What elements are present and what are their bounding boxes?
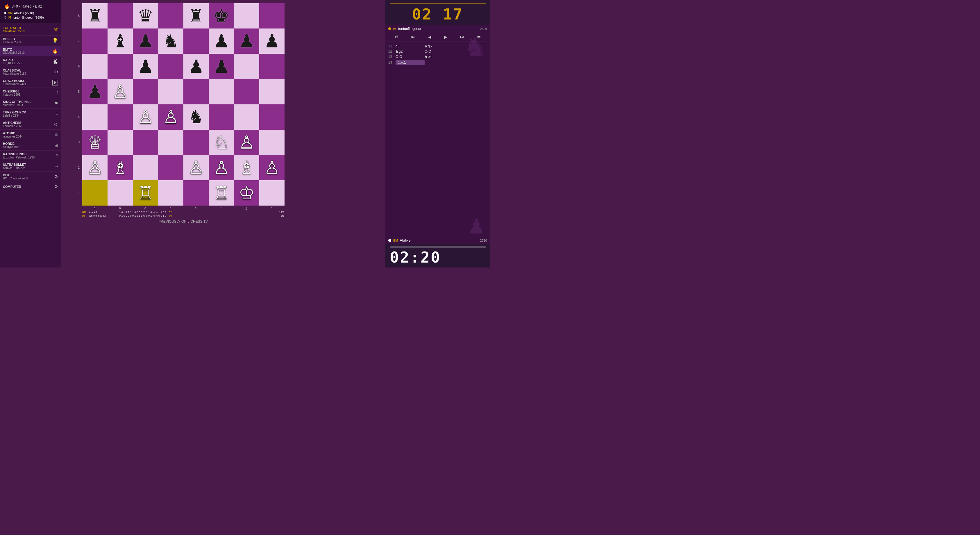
- sidebar-item-atomic[interactable]: ATOMIC rainynites 2044 ⚛: [0, 130, 61, 140]
- square-3-2[interactable]: [133, 79, 158, 104]
- nav-refresh[interactable]: ↺: [393, 34, 400, 40]
- square-1-7[interactable]: ♟: [259, 29, 285, 54]
- fire-icon: 🔥: [4, 3, 10, 9]
- square-3-5[interactable]: [209, 79, 234, 104]
- sidebar-item-chess960[interactable]: CHESS960 hutgovy 1991 ⁝: [0, 88, 61, 98]
- sidebar-item-crazyhouse[interactable]: CRAZYHOUSE Tranquilizerr 2421 H: [0, 77, 61, 88]
- sidebar-item-koth[interactable]: KING OF THE HILL cmartin91 1983 ⚑: [0, 98, 61, 109]
- square-6-4[interactable]: ♙: [183, 155, 209, 180]
- square-2-7[interactable]: [259, 54, 285, 79]
- cat-player-bullet: tjychess 2963: [3, 41, 21, 44]
- square-2-0[interactable]: [82, 54, 108, 79]
- file-a: a: [82, 206, 107, 210]
- sidebar-item-bot[interactable]: BOT BOT Cheng-4 2402 ⚙: [0, 172, 61, 182]
- white-rank: GM: [8, 12, 13, 15]
- square-1-0[interactable]: [82, 29, 108, 54]
- square-5-3[interactable]: [158, 130, 183, 155]
- square-4-7[interactable]: [259, 104, 285, 130]
- square-5-7[interactable]: [259, 130, 285, 155]
- nav-first[interactable]: ⏮: [409, 34, 417, 40]
- square-5-0[interactable]: ♕: [82, 130, 108, 155]
- crazyhouse-icon: H: [52, 80, 58, 86]
- square-4-5[interactable]: [209, 104, 234, 130]
- square-6-2[interactable]: [133, 155, 158, 180]
- square-2-5[interactable]: ♟: [209, 54, 234, 79]
- cat-player-atomic: rainynites 2044: [3, 135, 23, 138]
- square-6-6[interactable]: ♗: [234, 155, 259, 180]
- nav-next[interactable]: ▶: [442, 34, 449, 40]
- sidebar-item-horde[interactable]: HORDE colidyre 1986 ⊞: [0, 140, 61, 151]
- square-2-4[interactable]: ♟: [183, 54, 209, 79]
- square-6-3[interactable]: [158, 155, 183, 180]
- cat-player-horde: colidyre 1986: [3, 145, 20, 148]
- square-6-5[interactable]: ♙: [209, 155, 234, 180]
- sidebar-item-classical[interactable]: CLASSICAL ketanrkhaire 2189 ⚙: [0, 67, 61, 77]
- sidebar-item-blitz[interactable]: BLITZ GM AtalikS 2710 🔥: [0, 46, 61, 56]
- sidebar-item-computer[interactable]: COMPUTER ⚙: [0, 182, 61, 191]
- square-0-7[interactable]: [259, 3, 285, 29]
- square-4-6[interactable]: [234, 104, 259, 130]
- nav-prev[interactable]: ◀: [426, 34, 433, 40]
- square-0-2[interactable]: ♛: [133, 3, 158, 29]
- square-7-2[interactable]: ♖: [133, 180, 158, 205]
- square-7-6[interactable]: ♔: [234, 180, 259, 205]
- square-0-5[interactable]: ♚: [209, 3, 234, 29]
- player-bottom-rating: 2710: [480, 239, 487, 242]
- square-4-1[interactable]: [108, 104, 133, 130]
- square-1-6[interactable]: ♟: [234, 29, 259, 54]
- sidebar-item-ultrabullet[interactable]: ULTRABULLET KNIGHT-008 2051 ⇒: [0, 161, 61, 172]
- square-4-4[interactable]: ♞: [183, 104, 209, 130]
- square-5-2[interactable]: [133, 130, 158, 155]
- square-3-0[interactable]: ♟: [82, 79, 108, 104]
- square-7-3[interactable]: [158, 180, 183, 205]
- square-3-4[interactable]: [183, 79, 209, 104]
- top-rated-section[interactable]: TOP RATED GM AtalikS 2710 ♛: [0, 24, 61, 35]
- square-2-6[interactable]: [234, 54, 259, 79]
- square-5-5[interactable]: ♘: [209, 130, 234, 155]
- square-7-1[interactable]: [108, 180, 133, 205]
- square-0-0[interactable]: ♜: [82, 3, 108, 29]
- square-2-1[interactable]: [108, 54, 133, 79]
- square-4-2[interactable]: ♙: [133, 104, 158, 130]
- square-1-5[interactable]: ♟: [209, 29, 234, 54]
- square-0-6[interactable]: [234, 3, 259, 29]
- square-2-2[interactable]: ♟: [133, 54, 158, 79]
- square-4-0[interactable]: [82, 104, 108, 130]
- square-1-2[interactable]: ♟: [133, 29, 158, 54]
- square-7-5[interactable]: ♖: [209, 180, 234, 205]
- square-5-4[interactable]: [183, 130, 209, 155]
- square-7-4[interactable]: [183, 180, 209, 205]
- square-5-1[interactable]: [108, 130, 133, 155]
- square-3-6[interactable]: [234, 79, 259, 104]
- square-3-7[interactable]: [259, 79, 285, 104]
- cat-name-bullet: BULLET: [3, 37, 21, 41]
- square-0-4[interactable]: ♜: [183, 3, 209, 29]
- square-6-1[interactable]: ♗: [108, 155, 133, 180]
- cat-name-koth: KING OF THE HILL: [3, 100, 32, 103]
- square-0-1[interactable]: [108, 3, 133, 29]
- square-7-0[interactable]: [82, 180, 108, 205]
- computer-icon: ⚙: [54, 184, 58, 189]
- rank-4: 4: [76, 104, 81, 129]
- square-5-6[interactable]: ♙: [234, 130, 259, 155]
- square-6-0[interactable]: ♙: [82, 155, 108, 180]
- sidebar-item-rapid[interactable]: RAPID TK_KULE 2585 🐇: [0, 56, 61, 67]
- square-1-3[interactable]: ♞: [158, 29, 183, 54]
- square-6-7[interactable]: ♙: [259, 155, 285, 180]
- cat-player-rapid: TK_KULE 2585: [3, 62, 23, 65]
- racingkings-icon: ⚐: [54, 153, 58, 158]
- square-1-4[interactable]: [183, 29, 209, 54]
- square-0-3[interactable]: [158, 3, 183, 29]
- moves-list: 11 g3 ♞g5 12 ♞g2 O-O 13 O-O ♞e4 14 ♖ac1: [385, 42, 490, 237]
- square-4-3[interactable]: ♙: [158, 104, 183, 130]
- square-2-3[interactable]: [158, 54, 183, 79]
- cat-name-horde: HORDE: [3, 142, 20, 145]
- square-7-7[interactable]: [259, 180, 285, 205]
- sidebar-item-antichess[interactable]: ANTICHESS Farmable 2266 ☺: [0, 119, 61, 130]
- square-3-3[interactable]: [158, 79, 183, 104]
- sidebar-item-threecheck[interactable]: THREE-CHECK Leleilre 2234 ≡: [0, 109, 61, 119]
- square-3-1[interactable]: ♙: [108, 79, 133, 104]
- square-1-1[interactable]: ♝: [108, 29, 133, 54]
- sidebar-item-racingkings[interactable]: RACING KINGS Zdzislaw_Pelowski 1930 ⚐: [0, 151, 61, 161]
- sidebar-item-bullet[interactable]: BULLET tjychess 2963 💡: [0, 35, 61, 46]
